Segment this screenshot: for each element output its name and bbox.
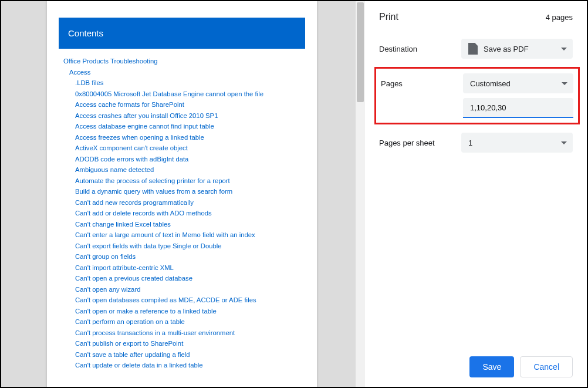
contents-header: Contents xyxy=(59,18,305,49)
preview-page: Contents Office Products Troubleshooting… xyxy=(47,1,317,387)
toc-item[interactable]: Ambiguous name detected xyxy=(75,164,300,176)
chevron-down-icon xyxy=(562,82,567,85)
toc-item[interactable]: Can't add new records programmatically xyxy=(75,197,300,208)
toc-item[interactable]: Can't enter a large amount of text in Me… xyxy=(75,230,300,241)
chevron-down-icon xyxy=(561,141,567,144)
print-title: Print xyxy=(379,12,398,22)
toc-item[interactable]: Can't change linked Excel tables xyxy=(75,219,300,230)
toc-item[interactable]: Can't add or delete records with ADO met… xyxy=(75,208,300,219)
toc-item[interactable]: Can't export fields with data type Singl… xyxy=(75,241,300,252)
print-preview-pane: Contents Office Products Troubleshooting… xyxy=(1,1,365,387)
destination-select[interactable]: Save as PDF xyxy=(461,39,573,59)
toc-item[interactable]: Can't open any wizard xyxy=(75,284,300,295)
print-header: Print 4 pages xyxy=(379,12,573,22)
pages-per-sheet-row: Pages per sheet 1 xyxy=(379,133,573,153)
toc-item[interactable]: Can't save a table after updating a fiel… xyxy=(75,349,300,360)
toc-item[interactable]: Can't open a previous created database xyxy=(75,273,300,284)
print-dialog: Contents Office Products Troubleshooting… xyxy=(0,0,588,388)
toc-item[interactable]: .LDB files xyxy=(75,77,300,89)
chevron-down-icon xyxy=(561,48,567,50)
save-button[interactable]: Save xyxy=(469,356,514,377)
pages-mode-value: Customised xyxy=(470,79,511,88)
pages-mode-select[interactable]: Customised xyxy=(463,73,573,93)
pages-input-row xyxy=(376,98,573,118)
toc-item[interactable]: Can't import attribute-centric XML xyxy=(75,262,300,274)
toc-item[interactable]: 0x80004005 Microsoft Jet Database Engine… xyxy=(75,89,300,100)
toc-item[interactable]: Can't process transactions in a multi-us… xyxy=(75,328,300,339)
dialog-footer: Save Cancel xyxy=(469,356,573,377)
destination-value: Save as PDF xyxy=(484,45,529,53)
toc-item[interactable]: Access xyxy=(69,67,300,78)
destination-label: Destination xyxy=(379,45,461,53)
toc-item[interactable]: Can't publish or export to SharePoint xyxy=(75,338,300,349)
toc-item[interactable]: Can't group on fields xyxy=(75,251,300,262)
cancel-button[interactable]: Cancel xyxy=(520,356,573,377)
toc-item[interactable]: Can't update or delete data in a linked … xyxy=(75,360,300,371)
toc-item[interactable]: Build a dynamic query with values from a… xyxy=(75,186,300,197)
toc-item[interactable]: Access freezes when opening a linked tab… xyxy=(75,132,300,143)
toc-item[interactable]: Access database engine cannot find input… xyxy=(75,121,300,132)
toc-item[interactable]: Office Products Troubleshooting xyxy=(63,56,300,67)
toc-item[interactable]: Can't perform an operation on a table xyxy=(75,316,300,328)
toc-item[interactable]: Can't open databases compiled as MDE, AC… xyxy=(75,295,300,306)
toc-item[interactable]: Access cache formats for SharePoint xyxy=(75,99,300,110)
scroll-thumb[interactable] xyxy=(357,2,364,102)
toc-item[interactable]: ActiveX component can't create object xyxy=(75,143,300,154)
pages-row: Pages Customised xyxy=(376,73,573,93)
toc-item[interactable]: ADODB code errors with adBigInt data xyxy=(75,154,300,165)
pages-highlight: Pages Customised xyxy=(374,67,580,124)
pages-per-sheet-label: Pages per sheet xyxy=(379,139,461,147)
page-count: 4 pages xyxy=(546,13,573,22)
toc-item[interactable]: Automate the process of selecting printe… xyxy=(75,176,300,187)
print-settings-pane: Print 4 pages Destination Save as PDF Pa… xyxy=(365,1,587,387)
table-of-contents: Office Products TroubleshootingAccess.LD… xyxy=(63,56,300,371)
pages-input[interactable] xyxy=(463,98,573,118)
toc-item[interactable]: Can't open or make a reference to a link… xyxy=(75,306,300,317)
preview-scrollbar[interactable] xyxy=(356,1,365,387)
pdf-icon xyxy=(468,43,478,55)
toc-item[interactable]: Access crashes after you install Office … xyxy=(75,110,300,122)
destination-row: Destination Save as PDF xyxy=(379,39,573,59)
pages-per-sheet-select[interactable]: 1 xyxy=(461,133,573,153)
pages-label: Pages xyxy=(381,79,463,88)
pages-per-sheet-value: 1 xyxy=(468,139,472,147)
